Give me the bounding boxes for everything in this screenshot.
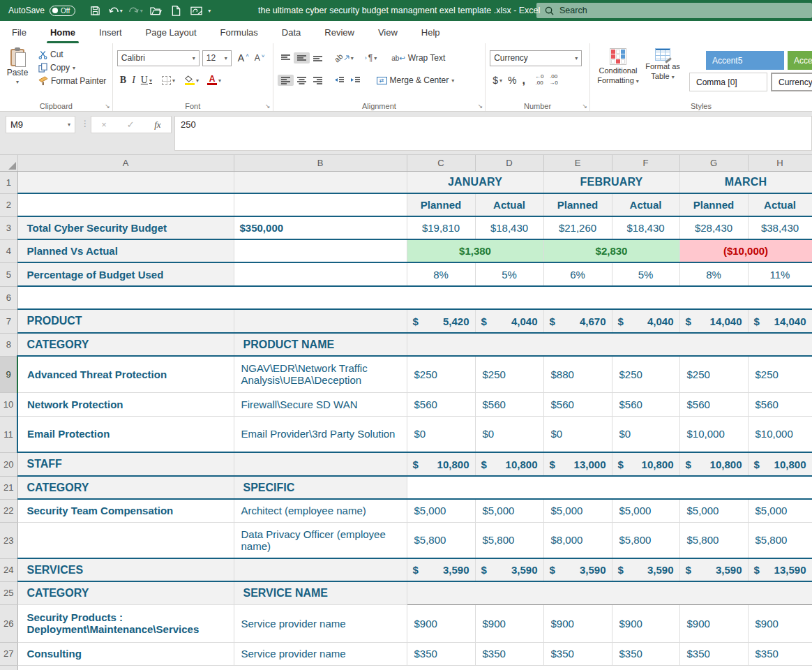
font-size-combo[interactable]: 12 ▾ <box>202 50 232 66</box>
redo-button[interactable]: ▾ <box>127 3 144 18</box>
cell[interactable]: $19,810 <box>407 216 475 239</box>
cell[interactable]: $560 <box>407 392 475 416</box>
cell[interactable] <box>234 239 407 262</box>
open-file-button[interactable] <box>147 3 164 18</box>
cell[interactable]: $3,590 <box>679 558 748 581</box>
cell[interactable]: $13,000 <box>543 452 612 476</box>
font-color-dropdown-icon[interactable]: ▾ <box>218 77 221 84</box>
increase-decimal-button[interactable]: ←0.00 <box>532 73 546 88</box>
cell[interactable] <box>407 581 812 604</box>
paste-dropdown-icon[interactable]: ▾ <box>16 79 19 85</box>
decrease-decimal-button[interactable]: .00→0 <box>546 73 560 88</box>
cell[interactable]: $560 <box>748 392 812 416</box>
style-accent6[interactable]: Accent6 <box>788 51 812 70</box>
cell[interactable]: $5,000 <box>475 499 543 522</box>
cell[interactable]: $5,000 <box>679 499 748 522</box>
number-format-combo[interactable]: Currency ▾ <box>490 50 582 66</box>
row-header-11[interactable]: 11 <box>0 416 17 452</box>
tab-data[interactable]: Data <box>270 22 313 43</box>
column-header-E[interactable]: E <box>543 155 612 171</box>
bold-button[interactable]: B <box>117 73 129 87</box>
cell[interactable]: Consulting <box>17 642 234 665</box>
cell[interactable]: $2,830 <box>543 239 679 262</box>
row-header-4[interactable]: 4 <box>0 239 17 262</box>
cell[interactable]: $350 <box>475 642 543 665</box>
row-header-2[interactable]: 2 <box>0 193 17 216</box>
align-bottom-button[interactable] <box>310 52 326 64</box>
row-header-10[interactable]: 10 <box>0 392 17 416</box>
copy-dropdown-icon[interactable]: ▾ <box>73 65 75 71</box>
cell[interactable]: $560 <box>612 392 679 416</box>
row-header-1[interactable]: 1 <box>0 171 17 193</box>
cell[interactable]: $5,000 <box>407 499 475 522</box>
redo-dropdown-icon[interactable]: ▾ <box>140 8 143 14</box>
cell[interactable]: $900 <box>612 604 679 642</box>
cell[interactable]: Planned <box>679 193 748 216</box>
cell[interactable]: $1,380 <box>407 239 543 262</box>
align-top-button[interactable] <box>278 52 294 64</box>
cancel-icon[interactable]: × <box>101 119 107 130</box>
row-header-pad[interactable] <box>0 665 17 670</box>
style-accent5[interactable]: Accent5 <box>706 51 784 70</box>
column-header-C[interactable]: C <box>407 155 475 171</box>
increase-indent-button[interactable] <box>347 75 363 86</box>
cell[interactable]: Network Protection <box>17 392 234 416</box>
cell[interactable]: $900 <box>679 604 748 642</box>
tab-page-layout[interactable]: Page Layout <box>134 22 209 43</box>
cell[interactable] <box>407 476 812 499</box>
cell[interactable]: $900 <box>748 604 812 642</box>
cell[interactable] <box>234 452 407 476</box>
insert-function-button[interactable]: fx <box>154 119 160 131</box>
cell[interactable]: $10,800 <box>475 452 543 476</box>
column-header-A[interactable]: A <box>17 155 234 171</box>
cell[interactable]: $4,040 <box>612 309 679 333</box>
wrap-text-button[interactable]: ab↩ Wrap Text <box>388 52 449 64</box>
cell[interactable]: 5% <box>612 262 679 286</box>
cell[interactable]: $38,430 <box>748 216 812 239</box>
cell[interactable]: SPECIFIC <box>234 476 407 499</box>
cell[interactable]: Actual <box>612 193 679 216</box>
email-attachment-button[interactable] <box>188 3 204 18</box>
row-header-25[interactable]: 25 <box>0 581 17 604</box>
cell[interactable]: $3,590 <box>475 558 543 581</box>
cell[interactable]: 5% <box>475 262 543 286</box>
cell[interactable]: $10,800 <box>612 452 679 476</box>
text-direction-dropdown-icon[interactable]: ▾ <box>374 55 377 61</box>
cell[interactable]: $3,590 <box>407 558 475 581</box>
tab-insert[interactable]: Insert <box>87 22 134 43</box>
italic-button[interactable]: I <box>129 73 138 87</box>
cell[interactable]: $250 <box>612 356 679 392</box>
font-name-combo[interactable]: Calibri ▾ <box>117 50 200 66</box>
cell[interactable]: Planned Vs Actual <box>17 239 234 262</box>
cell[interactable] <box>407 333 812 356</box>
tab-review[interactable]: Review <box>313 22 366 43</box>
cell[interactable]: Email Provider\3rd Party Solution <box>234 416 407 452</box>
percent-style-button[interactable]: % <box>505 73 519 87</box>
cell[interactable]: $3,590 <box>543 558 612 581</box>
cell[interactable]: $560 <box>543 392 612 416</box>
cell[interactable]: $18,430 <box>475 216 543 239</box>
cell[interactable]: PRODUCT <box>17 309 234 333</box>
cell[interactable]: Data Privacy Officer (employee name) <box>234 522 407 558</box>
cell[interactable] <box>234 193 407 216</box>
cell[interactable]: Firewall\Secure SD WAN <box>234 392 407 416</box>
cell[interactable]: $10,800 <box>407 452 475 476</box>
cell[interactable]: $560 <box>475 392 543 416</box>
formula-input[interactable]: 250 <box>174 116 812 151</box>
cell[interactable]: $0 <box>543 416 612 452</box>
cell[interactable]: $10,800 <box>748 452 812 476</box>
cell[interactable] <box>234 262 407 286</box>
cell[interactable] <box>17 286 812 309</box>
cell[interactable]: Percentage of Budget Used <box>17 262 234 286</box>
undo-button[interactable]: ▾ <box>107 3 123 18</box>
fill-color-dropdown-icon[interactable]: ▾ <box>196 77 199 84</box>
cell[interactable] <box>17 193 234 216</box>
cell[interactable]: 11% <box>748 262 812 286</box>
cell[interactable]: Security Team Compensation <box>17 499 234 522</box>
cut-button[interactable]: Cut <box>35 48 110 61</box>
cell[interactable]: $4,040 <box>475 309 543 333</box>
cell[interactable]: Architect (employee name) <box>234 499 407 522</box>
cell[interactable]: Actual <box>748 193 812 216</box>
cell[interactable]: $900 <box>407 604 475 642</box>
enter-icon[interactable]: ✓ <box>127 119 135 130</box>
